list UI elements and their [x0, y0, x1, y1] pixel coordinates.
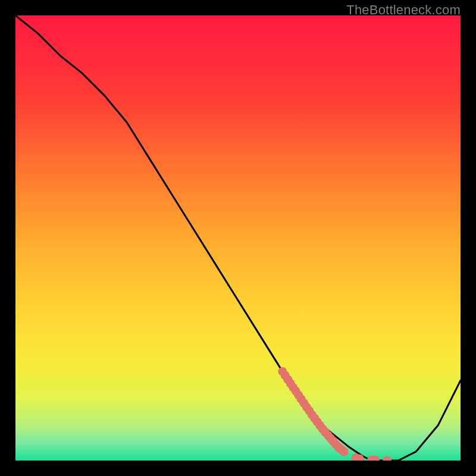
chart-svg [15, 15, 461, 461]
chart-background [15, 15, 461, 461]
chart-frame [15, 15, 461, 461]
highlight-dot [340, 447, 349, 456]
